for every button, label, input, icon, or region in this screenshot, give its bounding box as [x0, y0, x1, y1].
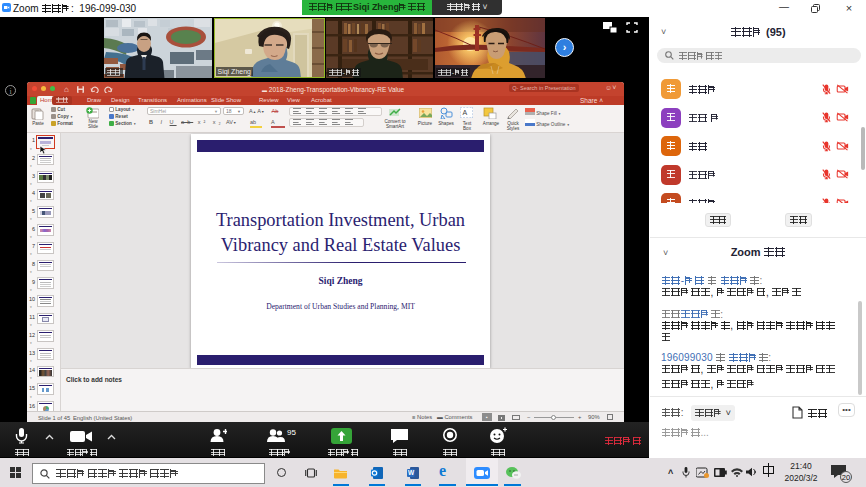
svg-text:W: W: [408, 469, 415, 476]
svg-text:A: A: [463, 109, 468, 116]
